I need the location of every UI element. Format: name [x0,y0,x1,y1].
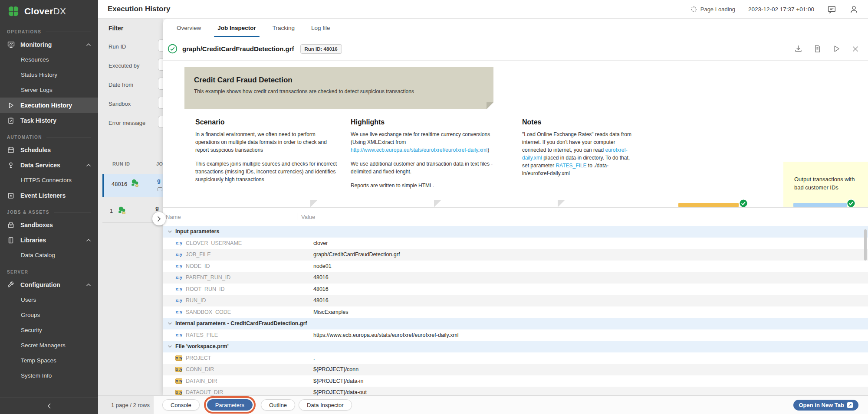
notes-text: "Load Online Exchange Rates" reads data … [522,130,632,177]
sidebar-item-data-catalog[interactable]: Data Catalog [0,248,98,263]
sidebar-item-security[interactable]: Security [0,323,98,338]
app-logo[interactable]: CloverDX [0,0,98,23]
user-account-icon[interactable] [849,5,858,14]
highlights-text: Reports are written to simple HTML. [351,182,503,189]
sidebar-item-label: Task History [20,117,56,124]
sidebar: CloverDX OPERATIONS Monitoring Resources… [0,0,98,414]
event-star-icon [7,192,15,199]
tab-log-file[interactable]: Log file [308,19,334,37]
sidebar-item-label: HTTPS Connectors [21,177,72,183]
outline-button[interactable]: Outline [261,399,295,411]
chevron-down-icon[interactable] [168,344,172,349]
sidebar-item-data-services[interactable]: Data Services [0,157,98,173]
clipboard-icon [7,117,15,124]
job-column-header[interactable]: JO [156,161,163,166]
sidebar-item-monitoring[interactable]: Monitoring [0,37,98,52]
sidebar-collapse-button[interactable] [0,398,98,414]
bottom-toolbar: 1 page / 2 rows Console Parameters Outli… [98,395,868,414]
close-icon[interactable] [852,45,859,53]
string-param-icon: x:y [175,252,182,257]
job-file-name: graph/CreditCardFraudDetection.grf [182,45,294,52]
param-row: x:yRATES_FILE https://www.ecb.europa.eu/… [163,329,868,341]
chevron-up-icon [86,43,91,46]
param-value: 48016 [297,274,329,280]
param-value: . [297,355,315,361]
param-group-row[interactable]: File 'workspace.prm' [163,341,868,352]
error-message-input[interactable] [158,116,163,128]
tab-overview[interactable]: Overview [173,19,204,37]
param-name: RATES_FILE [186,332,218,338]
graph-job-icon [130,179,140,187]
brand-text: CloverDX [24,6,66,16]
string-param-icon: x:y [175,241,182,245]
component-bar-yellow[interactable] [678,203,739,207]
job-tabs: Overview Job Inspector Tracking Log file [163,19,868,37]
sidebar-item-label: Sandboxes [20,222,53,228]
graph-title-note: Credit Card Fraud Detection This example… [184,67,493,109]
param-name: ROOT_RUN_ID [186,286,225,292]
scenario-text: This examples joins multiple sources and… [195,160,339,183]
date-from-input[interactable] [158,78,163,90]
sidebar-item-event-listeners[interactable]: Event Listeners [0,188,98,203]
scenario-text: In a financial environment, we often nee… [195,130,339,154]
top-header-bar: Execution History Page Loading 2023-12-0… [98,0,868,19]
chevron-down-icon[interactable] [168,321,172,326]
sidebar-item-label: Resources [21,56,49,63]
param-group-row[interactable]: Input parameters [163,226,868,238]
sidebar-item-users[interactable]: Users [0,292,98,307]
download-icon[interactable] [794,45,802,53]
sidebar-item-task-history[interactable]: Task History [0,113,98,128]
run-id-input[interactable] [158,39,163,52]
run-id-column-header[interactable]: RUN ID [112,161,130,166]
open-in-new-tab-button[interactable]: Open in New Tab ↗ [793,400,859,411]
param-value: node01 [297,263,332,269]
server-time: 2023-12-02 17:37 +01:00 [748,6,814,13]
chevron-down-icon[interactable] [168,229,172,234]
notes-heading: Notes [522,118,632,126]
data-inspector-button[interactable]: Data Inspector [299,399,352,411]
console-button[interactable]: Console [162,399,200,411]
sidebar-item-execution-history[interactable]: Execution History [0,98,98,113]
feedback-icon[interactable] [827,5,836,14]
job-file-link[interactable]: g [155,205,159,211]
sidebar-item-status-history[interactable]: Status History [0,67,98,82]
parameters-button[interactable]: Parameters [207,399,253,411]
log-file-icon[interactable] [813,45,822,53]
sidebar-item-sandboxes[interactable]: Sandboxes [0,217,98,232]
param-row: x:yRUN_ID 48016 [163,295,868,306]
tab-job-inspector[interactable]: Job Inspector [214,19,260,37]
expand-runlist-button[interactable] [152,212,166,225]
param-value: clover [297,240,328,246]
graph-canvas[interactable]: Credit Card Fraud Detection This example… [163,61,868,207]
sidebar-item-temp-spaces[interactable]: Temp Spaces [0,353,98,368]
run-again-icon[interactable] [832,45,841,53]
param-value: graph/CreditCardFraudDetection.grf [297,251,400,258]
chevron-left-icon [47,403,52,409]
sidebar-item-https-connectors[interactable]: HTTPS Connectors [0,173,98,188]
param-group-row[interactable]: Internal parameters - CreditCardFraudDet… [163,318,868,329]
sidebar-item-schedules[interactable]: Schedules [0,142,98,157]
params-scrollbar[interactable] [864,229,867,261]
tab-tracking[interactable]: Tracking [269,19,298,37]
param-name: PARENT_RUN_ID [186,274,230,280]
sidebar-item-secret-managers[interactable]: Secret Managers [0,338,98,353]
highlights-heading: Highlights [351,118,503,126]
executed-by-input[interactable] [158,59,163,71]
params-col-name: Name [163,214,297,220]
run-id-badge: Run ID: 48016 [300,44,342,54]
filter-label-error-message: Error message [108,120,145,126]
param-value: https://www.ecb.europa.eu/stats/eurofxre… [297,332,459,338]
sidebar-item-configuration[interactable]: Configuration [0,277,98,292]
param-row: x:yCLOVER_USERNAME clover [163,238,868,249]
sidebar-item-groups[interactable]: Groups [0,307,98,323]
param-name: PROJECT [186,355,211,361]
component-bar-blue[interactable] [793,203,847,207]
sidebar-item-system-info[interactable]: System Info [0,368,98,383]
sidebar-item-server-logs[interactable]: Server Logs [0,82,98,98]
job-file-link[interactable]: g [157,177,161,184]
run-row-48016[interactable]: 48016 g [102,174,163,197]
sidebar-item-resources[interactable]: Resources [0,52,98,67]
sidebar-item-label: Security [21,327,42,333]
sidebar-item-libraries[interactable]: Libraries [0,232,98,248]
sandbox-input[interactable] [158,97,163,109]
